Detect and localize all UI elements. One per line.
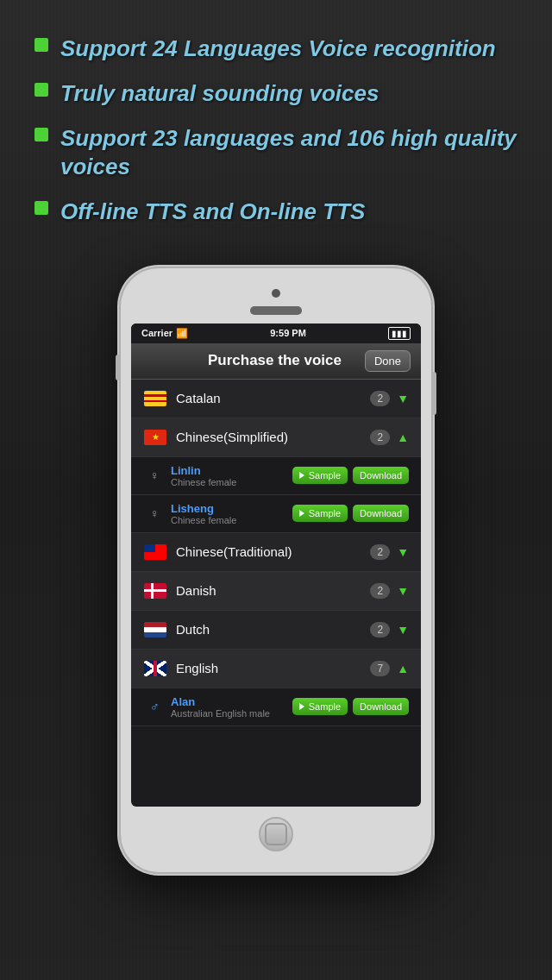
bullet-icon-2 <box>34 83 48 97</box>
gender-icon-female-linlin: ♀ <box>150 468 164 482</box>
phone-screen: Carrier 📶 9:59 PM ▮▮▮ Purchase the voice… <box>131 324 421 807</box>
done-button[interactable]: Done <box>365 350 411 372</box>
sample-button-lisheng[interactable]: Sample <box>292 505 348 522</box>
chevron-danish: ▼ <box>397 584 409 598</box>
play-icon-linlin <box>299 472 304 479</box>
language-name-danish: Danish <box>176 583 370 598</box>
flag-chinese-traditional <box>143 543 167 561</box>
language-name-dutch: Dutch <box>176 622 370 637</box>
gender-icon-male-alan: ♂ <box>150 700 164 713</box>
phone-top-bezel <box>131 284 421 324</box>
phone-mockup: Carrier 📶 9:59 PM ▮▮▮ Purchase the voice… <box>0 268 552 872</box>
count-badge-chinese-simplified: 2 <box>370 430 390 445</box>
language-row-chinese-traditional[interactable]: Chinese(Traditional) 2 ▼ <box>131 533 421 572</box>
home-button[interactable] <box>259 817 293 851</box>
flag-english <box>143 660 167 677</box>
chevron-chinese-simplified: ▲ <box>397 430 409 444</box>
home-button-inner <box>265 823 287 845</box>
language-name-catalan: Catalan <box>176 391 370 405</box>
play-icon-lisheng <box>299 510 304 517</box>
count-badge-dutch: 2 <box>370 622 390 638</box>
voice-row-lisheng: ♀ Lisheng Chinese female Sample Download <box>131 495 421 533</box>
chevron-english: ▲ <box>397 662 409 675</box>
volume-button <box>116 355 120 380</box>
voice-desc-lisheng: Chinese female <box>171 515 292 525</box>
play-icon-alan <box>299 703 304 710</box>
language-row-danish[interactable]: Danish 2 ▼ <box>131 572 421 611</box>
status-time: 9:59 PM <box>270 328 306 338</box>
feature-item-3: Support 23 languages and 106 high qualit… <box>34 124 518 183</box>
download-button-lisheng[interactable]: Download <box>353 505 409 522</box>
language-list: Catalan 2 ▼ ★ Chinese(Simplified) 2 ▲ ♀ <box>131 380 421 726</box>
language-row-english[interactable]: English 7 ▲ <box>131 650 421 688</box>
carrier-label: Carrier 📶 <box>141 328 188 339</box>
feature-text-1: Support 24 Languages Voice recognition <box>60 35 496 64</box>
feature-text-3: Support 23 languages and 106 high qualit… <box>60 124 518 183</box>
voice-desc-alan: Australian English male <box>171 708 292 719</box>
carrier-text: Carrier <box>141 328 172 338</box>
count-badge-danish: 2 <box>370 583 390 599</box>
sample-button-linlin[interactable]: Sample <box>292 467 348 484</box>
voice-row-linlin: ♀ Linlin Chinese female Sample Download <box>131 457 421 495</box>
feature-text-4: Off-line TTS and On-line TTS <box>60 198 365 227</box>
bullet-icon-1 <box>34 38 48 52</box>
chevron-dutch: ▼ <box>397 623 409 637</box>
flag-chinese-simplified: ★ <box>143 429 167 446</box>
bullet-icon-4 <box>34 201 48 215</box>
flag-catalan <box>143 390 167 407</box>
power-button <box>432 372 436 415</box>
voice-name-lisheng: Lisheng <box>171 502 292 515</box>
voice-name-alan: Alan <box>171 695 292 708</box>
camera <box>272 289 280 298</box>
feature-item-4: Off-line TTS and On-line TTS <box>34 198 518 227</box>
feature-item-2: Truly natural sounding voices <box>34 79 518 109</box>
language-name-chinese-simplified: Chinese(Simplified) <box>176 430 370 444</box>
count-badge-catalan: 2 <box>370 391 390 406</box>
voice-info-linlin: Linlin Chinese female <box>171 464 292 487</box>
language-name-english: English <box>176 661 370 675</box>
features-section: Support 24 Languages Voice recognition T… <box>0 0 552 260</box>
voice-row-alan: ♂ Alan Australian English male Sample Do… <box>131 688 421 726</box>
voice-desc-linlin: Chinese female <box>171 477 292 487</box>
feature-text-2: Truly natural sounding voices <box>60 79 379 109</box>
language-row-dutch[interactable]: Dutch 2 ▼ <box>131 611 421 650</box>
wifi-icon: 📶 <box>176 328 188 339</box>
language-row-chinese-simplified[interactable]: ★ Chinese(Simplified) 2 ▲ <box>131 418 421 457</box>
phone-bottom-bezel <box>131 807 421 857</box>
chevron-catalan: ▼ <box>397 392 409 405</box>
voice-name-linlin: Linlin <box>171 464 292 477</box>
download-button-alan[interactable]: Download <box>353 698 409 715</box>
bullet-icon-3 <box>34 128 48 141</box>
download-button-linlin[interactable]: Download <box>353 467 409 484</box>
sample-button-alan[interactable]: Sample <box>292 698 348 715</box>
voice-info-alan: Alan Australian English male <box>171 695 292 719</box>
voice-info-lisheng: Lisheng Chinese female <box>171 502 292 525</box>
status-bar: Carrier 📶 9:59 PM ▮▮▮ <box>131 324 421 343</box>
navigation-bar: Purchase the voice Done <box>131 343 421 380</box>
count-badge-chinese-traditional: 2 <box>370 544 390 560</box>
flag-danish <box>143 582 167 600</box>
language-name-chinese-traditional: Chinese(Traditional) <box>176 544 370 559</box>
speaker <box>250 306 302 315</box>
nav-title: Purchase the voice <box>208 352 342 369</box>
phone-body: Carrier 📶 9:59 PM ▮▮▮ Purchase the voice… <box>121 268 431 872</box>
feature-item-1: Support 24 Languages Voice recognition <box>34 35 518 64</box>
count-badge-english: 7 <box>370 661 390 676</box>
language-row-catalan[interactable]: Catalan 2 ▼ <box>131 380 421 418</box>
gender-icon-female-lisheng: ♀ <box>150 506 164 520</box>
flag-dutch <box>143 621 167 638</box>
chevron-chinese-traditional: ▼ <box>397 545 409 559</box>
battery-icon: ▮▮▮ <box>388 327 411 340</box>
